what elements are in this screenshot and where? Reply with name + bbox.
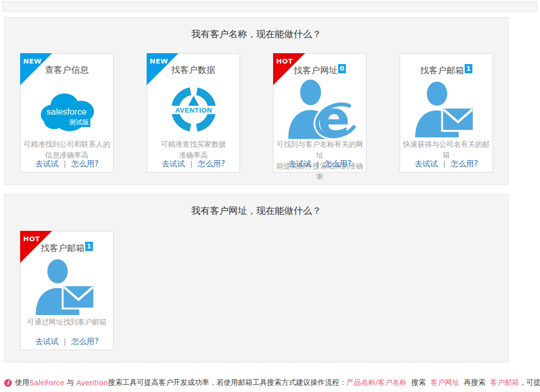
how-link[interactable]: 怎么用? [71,159,99,168]
how-link[interactable]: 怎么用? [71,337,99,346]
count-badge: 0 [338,64,346,73]
svg-text:salesforce: salesforce [46,107,86,117]
link-separator: | [63,337,66,346]
salesforce-beta-badge: 测试版 [68,118,90,127]
salesforce-logo-icon: salesforce 测试版 [40,91,94,132]
person-envelope-icon [32,259,102,315]
section-customer-url: 我有客户网址，现在能做什么？ HOT 找客户邮箱1 可通过网址找到客户邮箱 去试… [4,194,509,363]
card-description: 可通过网址找到客户邮箱 [21,317,113,327]
tip-segment: 与 [65,378,76,387]
section-customer-name: 我有客户名称，现在能做什么？ NEW 查客户信息 salesforce 测试版 [4,17,509,185]
person-browser-icon: e [284,80,356,139]
how-link[interactable]: 怎么用? [198,159,225,168]
tip-highlight-saleforce: SaleForce [29,379,65,387]
card-description: 可精准找到公司和联系人的 信息准确率高 [21,139,113,161]
card-description: 快速获得与公司名有关的邮箱 [400,139,493,161]
tip-segment: 搜索 [407,378,431,387]
card-check-customer-info: NEW 查客户信息 salesforce 测试版 可精准找到公司和联系人的 [20,53,114,173]
tip-highlight-avention: Avention [76,379,108,387]
card-title: 找客户邮箱1 [400,64,493,76]
card-find-customer-email: 找客户邮箱1 快速获得与公司名有关的邮箱 去试试|怎么用? [400,53,493,173]
tip-segment: 再搜索 [459,378,490,387]
section-heading: 我有客户网址，现在能做什么？ [5,194,508,217]
link-separator: | [190,160,193,168]
tip-segment: 搜索工具可提高客户开发成功率，若使用邮箱工具搜索方式建议操作流程： [108,378,346,387]
link-separator: | [443,160,446,168]
person-envelope-icon [411,82,481,137]
svg-text:AVENTION: AVENTION [175,106,212,114]
link-separator: | [316,160,319,168]
how-link[interactable]: 怎么用? [451,159,478,168]
try-link[interactable]: 去试试 [35,159,58,168]
tip-highlight-product-name: 产品名称/客户名称 [346,378,407,387]
new-ribbon: NEW [20,53,52,85]
link-separator: | [63,160,66,168]
avention-logo-icon: AVENTION [168,84,219,135]
try-link[interactable]: 去试试 [162,159,185,168]
hot-ribbon: HOT [20,231,52,263]
tip-segment: ，可提高邮箱有效性 [519,378,540,387]
footer-tip: i 使用SaleForce 与 Avention搜索工具可提高客户开发成功率，若… [4,378,540,388]
try-link[interactable]: 去试试 [415,159,438,168]
count-badge: 1 [465,64,472,73]
top-bar [2,1,537,12]
card-find-customer-url: HOT 找客户网址0 e 可找到与客户名称有关的网址 能提高邮件搜索结果的准确率… [273,53,367,173]
tip-segment: 使用 [15,378,29,387]
how-link[interactable]: 怎么用? [324,159,352,168]
new-ribbon: NEW [147,53,179,85]
count-badge: 1 [85,242,93,251]
card-find-email-by-url: HOT 找客户邮箱1 可通过网址找到客户邮箱 去试试|怎么用? [20,231,114,350]
tip-highlight-customer-url: 客户网址 [431,378,459,387]
try-link[interactable]: 去试试 [288,159,311,168]
try-link[interactable]: 去试试 [35,337,58,346]
info-circle-icon: i [4,379,12,387]
hot-ribbon: HOT [273,53,305,85]
card-description: 可精准查找买家数据 准确率高 [147,139,240,161]
tip-highlight-customer-email: 客户邮箱 [490,378,519,387]
section-heading: 我有客户名称，现在能做什么？ [5,18,508,40]
card-find-customer-data: NEW 找客户数据 AVENTION 可精准查找买家数据 准确率高 去试试|怎么… [147,53,240,173]
